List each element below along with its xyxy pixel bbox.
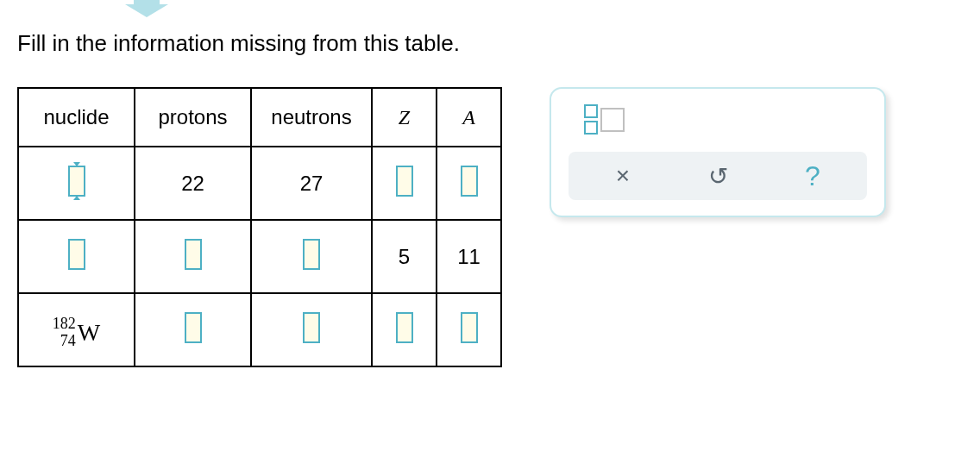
input-box-icon[interactable] [185,239,202,270]
cell-a [437,147,501,220]
nuclide-notation: 182 74 W [53,316,100,350]
cell-protons: 22 [135,147,251,220]
template-small-box-icon [584,104,598,118]
clear-button[interactable]: × [607,160,638,191]
template-small-box-icon [584,121,598,135]
header-nuclide: nuclide [18,88,135,147]
cell-protons [135,220,251,293]
cell-nuclide [18,147,135,220]
mass-number: 182 [53,316,76,333]
template-big-box-icon [600,108,625,132]
input-box-icon[interactable] [68,166,85,197]
cell-a: 11 [437,220,501,293]
undo-icon: ↺ [708,162,728,191]
input-box-icon[interactable] [303,239,320,270]
cell-neutrons [251,293,372,366]
table-row: 5 11 [18,220,501,293]
close-icon: × [616,162,630,190]
input-box-icon[interactable] [396,166,413,197]
main-container: nuclide protons neutrons Z A 22 27 5 11 [17,87,963,367]
table-row: 22 27 [18,147,501,220]
cell-nuclide: 182 74 W [18,293,135,366]
cell-neutrons [251,220,372,293]
header-a: A [437,88,501,147]
cell-z [372,293,437,366]
cell-nuclide [18,220,135,293]
input-box-icon[interactable] [461,312,478,343]
input-box-icon[interactable] [68,239,85,270]
help-icon: ? [805,160,820,192]
header-neutrons: neutrons [251,88,372,147]
cell-neutrons: 27 [251,147,372,220]
cell-z: 5 [372,220,437,293]
instruction-text: Fill in the information missing from thi… [17,30,963,57]
nuclide-table: nuclide protons neutrons Z A 22 27 5 11 [17,87,502,367]
help-button[interactable]: ? [797,160,828,191]
input-box-icon[interactable] [303,312,320,343]
atomic-number: 74 [60,333,76,350]
input-box-icon[interactable] [396,312,413,343]
header-z: Z [372,88,437,147]
cell-z [372,147,437,220]
nuclide-numbers: 182 74 [53,316,76,350]
nuclide-template-button[interactable] [584,104,867,135]
header-protons: protons [135,88,251,147]
template-fraction-icon [584,104,598,135]
action-row: × ↺ ? [569,152,867,200]
cell-protons [135,293,251,366]
undo-button[interactable]: ↺ [702,160,733,191]
table-row: 182 74 W [18,293,501,366]
toolbar-panel: × ↺ ? [550,87,886,217]
element-symbol: W [78,319,100,347]
input-box-icon[interactable] [185,312,202,343]
input-box-icon[interactable] [461,166,478,197]
hint-arrow-icon [125,0,168,17]
cell-a [437,293,501,366]
